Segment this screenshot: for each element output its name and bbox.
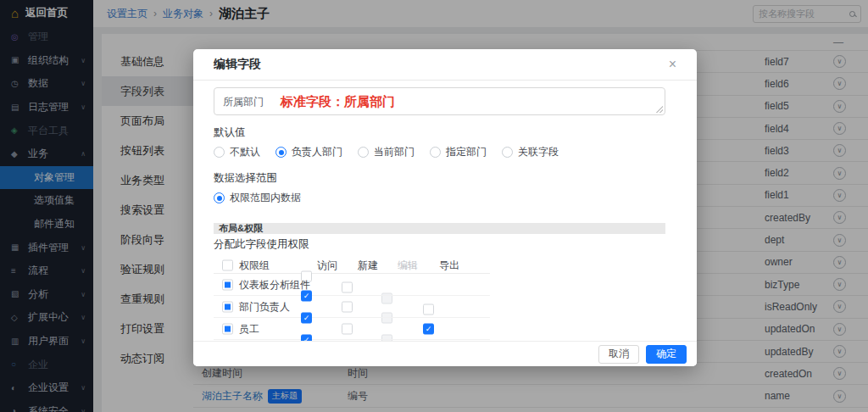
edit-field-modal: 编辑字段 × 所属部门 标准字段：所属部门 默认值 不默认 负责人部门 [193,49,697,366]
permission-row: 部门负责人 [214,296,490,318]
radio-current-dept[interactable]: 当前部门 [358,145,415,159]
layout-permission-section-bar: 布局&权限 [214,223,665,234]
permission-row: 仪表板分析组件 [214,274,490,296]
radio-related-field[interactable]: 关联字段 [502,145,559,159]
modal-header: 编辑字段 × [193,49,697,81]
modal-body: 所属部门 标准字段：所属部门 默认值 不默认 负责人部门 当前部门 [193,81,697,341]
assign-permission-label: 分配此字段使用权限 [214,237,676,252]
confirm-button[interactable]: 确定 [646,345,687,364]
row-select-checkbox[interactable] [222,301,233,312]
field-name-textarea[interactable]: 所属部门 标准字段：所属部门 [214,87,665,115]
row-select-checkbox[interactable] [222,279,233,290]
radio-no-default[interactable]: 不默认 [214,145,260,159]
radio-owner-dept[interactable]: 负责人部门 [275,145,342,159]
permission-row: 员工 [214,318,490,340]
permission-row-list: 仪表板分析组件 部门负责人 [214,274,490,341]
default-value-radios: 不默认 负责人部门 当前部门 指定部门 关联字段 [214,145,676,159]
permission-table: 权限组 访问 新建 编辑 导出 仪表板分析组件 [214,257,490,341]
modal-footer: 取消 确定 [193,341,697,366]
permission-group-checkbox[interactable] [222,259,233,270]
radio-permission-scope[interactable]: 权限范围内数据 [214,191,301,205]
data-scope-radios: 权限范围内数据 [214,191,676,205]
app-root: ⌂ 返回首页 ◎ 管理 ▣ 组织结构 ∨ ◷ 数据 ∨ ▤ 日志管理 ∨ ◈ 平… [0,0,868,412]
cancel-button[interactable]: 取消 [598,345,639,364]
radio-specified-dept[interactable]: 指定部门 [430,145,487,159]
row-select-checkbox[interactable] [222,323,233,334]
default-value-label: 默认值 [214,125,676,140]
resize-handle[interactable] [656,106,663,113]
data-scope-label: 数据选择范围 [214,171,676,186]
permission-header-row: 权限组 访问 新建 编辑 导出 [214,257,490,274]
close-icon[interactable]: × [669,58,676,71]
field-name-value: 所属部门 [223,95,264,109]
modal-title: 编辑字段 [214,57,261,72]
red-annotation: 标准字段：所属部门 [281,94,395,110]
